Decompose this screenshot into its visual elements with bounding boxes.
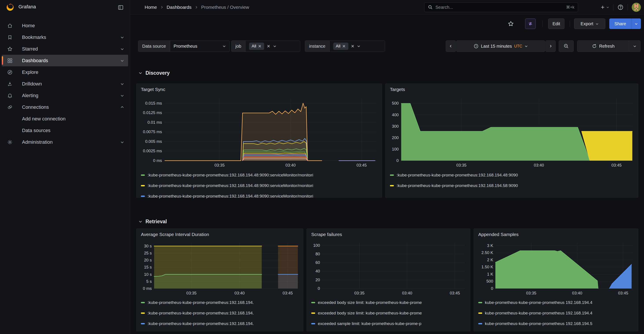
legend-item[interactable]: :kube-prometheus-kube-prome-prometheus:1… (141, 191, 379, 202)
chevron-down-icon (120, 36, 124, 39)
remove-chip-icon[interactable]: ✕ (258, 44, 262, 49)
chevron-right-icon (194, 6, 198, 9)
top-bar: Grafana Home Dashboards Prometheus / Ove… (0, 0, 644, 14)
export-button[interactable]: Export (574, 18, 605, 29)
datasource-select[interactable]: Prometheus (170, 41, 230, 52)
compare-toggle-button[interactable] (525, 18, 536, 29)
legend-item[interactable]: kube-prometheus-kube-prome-prometheus 19… (478, 318, 636, 329)
svg-text:03:45: 03:45 (618, 291, 628, 295)
search-icon (428, 5, 433, 10)
refresh-icon (592, 44, 597, 49)
grafana-app: Grafana Home Dashboards Prometheus / Ove… (0, 0, 644, 334)
panel-title[interactable]: Scrape failures (311, 232, 342, 237)
svg-text:10 s: 10 s (144, 272, 152, 277)
sidebar-item-connections[interactable]: Connections (2, 101, 128, 113)
divider (570, 21, 570, 27)
time-shift-back-button[interactable] (446, 40, 456, 52)
legend-item[interactable]: kube-prometheus-kube-prome-prometheus 19… (478, 308, 636, 318)
sidebar-toggle-button[interactable] (117, 4, 125, 11)
instance-chip-all[interactable]: All ✕ (333, 43, 348, 50)
legend-item[interactable]: kube-prometheus-kube-prome-prometheus 19… (478, 297, 636, 308)
datasource-label: Data source (138, 41, 170, 52)
panel-title[interactable]: Appended Samples (478, 232, 518, 237)
job-select[interactable]: All ✕ ✕ (246, 41, 300, 52)
breadcrumb: Home Dashboards Prometheus / Overview (145, 0, 249, 14)
svg-text:0 ms: 0 ms (153, 158, 162, 163)
panel-title[interactable]: Average Scrape Interval Duration (141, 232, 209, 237)
legend-item[interactable]: :kube-prometheus-kube-prome-prometheus:1… (390, 170, 636, 180)
sidebar-item-starred[interactable]: Starred (2, 43, 128, 55)
sidebar-item-explore[interactable]: Explore (2, 66, 128, 78)
sidebar-collapse-icon (117, 4, 124, 11)
legend-item[interactable]: :kube-prometheus-kube-prome-prometheus:1… (141, 170, 379, 180)
swap-arrows-icon (528, 21, 533, 26)
scrape-failures-chart[interactable]: 02040608010003:3503:4003:45 (310, 240, 468, 296)
sidebar-item-data-sources[interactable]: Data sources (2, 124, 128, 136)
divider (628, 4, 628, 10)
sidebar-item-administration[interactable]: Administration (2, 136, 128, 148)
legend-item[interactable]: exceeded body size limit: kube-prometheu… (311, 308, 468, 318)
svg-text:0.015 ms: 0.015 ms (145, 101, 162, 106)
chevron-down-icon (633, 44, 636, 48)
favorite-star-button[interactable] (506, 18, 516, 29)
clock-icon (474, 44, 479, 49)
chevron-down-icon (138, 71, 142, 75)
avg-scrape-legend: :kube-prometheus-kube-prome-prometheus:1… (141, 297, 300, 329)
breadcrumb-home[interactable]: Home (145, 4, 157, 10)
legend-item[interactable]: :kube-prometheus-kube-prome-prometheus:1… (141, 318, 300, 329)
sidebar-item-alerting[interactable]: Alerting (2, 90, 128, 101)
sidebar-item-drilldown[interactable]: Drilldown (2, 78, 128, 90)
panel-title[interactable]: Targets (390, 87, 405, 92)
edit-button[interactable]: Edit (548, 18, 564, 29)
series-color-dash (311, 323, 315, 324)
series-color-dash (141, 174, 145, 176)
legend-item[interactable]: :kube-prometheus-kube-prome-prometheus:1… (141, 308, 300, 318)
target-sync-chart[interactable]: 0 ms0.0025 ms0.005 ms0.0075 ms0.01 ms0.0… (139, 96, 379, 168)
chevron-down-icon (120, 140, 124, 144)
refresh-button[interactable]: Refresh (577, 40, 629, 52)
chevron-down-icon (120, 94, 124, 98)
chevron-down-icon (596, 22, 599, 26)
svg-text:20 s: 20 s (144, 258, 152, 262)
breadcrumb-dashboards[interactable]: Dashboards (166, 4, 192, 10)
legend-item[interactable]: exceeded sample limit: kube-prometheus-k… (311, 318, 468, 329)
clear-selection-icon[interactable]: ✕ (351, 44, 354, 49)
legend-item[interactable]: :kube-prometheus-kube-prome-prometheus:1… (390, 180, 636, 191)
sidebar-item-dashboards[interactable]: Dashboards (2, 55, 128, 66)
avg-scrape-chart[interactable]: 0 ms5 s10 s15 s20 s25 s30 s03:3503:4003:… (139, 240, 300, 296)
dashboards-grid-icon (7, 58, 13, 64)
legend-item[interactable]: :kube-prometheus-kube-prome-prometheus:1… (141, 297, 300, 308)
sidebar-item-bookmarks[interactable]: Bookmarks (2, 32, 128, 43)
search-input[interactable]: Search... ⌘+k (424, 2, 578, 12)
refresh-interval-dropdown[interactable] (629, 40, 640, 52)
remove-chip-icon[interactable]: ✕ (342, 44, 346, 49)
section-discovery[interactable]: Discovery (138, 68, 170, 77)
time-shift-forward-button[interactable] (546, 40, 556, 52)
job-chip-all[interactable]: All ✕ (249, 43, 264, 50)
bell-icon (7, 93, 13, 98)
targets-chart[interactable]: 010020030040050003:3503:4003:45 (388, 96, 636, 168)
panel-title[interactable]: Target Sync (141, 87, 165, 92)
search-shortcut: ⌘+k (566, 5, 574, 10)
svg-text:5 s: 5 s (146, 279, 152, 284)
help-button[interactable] (618, 4, 624, 10)
series-color-dash (478, 312, 482, 314)
section-retrieval[interactable]: Retrieval (138, 217, 167, 226)
svg-text:03:45: 03:45 (356, 163, 366, 168)
appended-samples-chart[interactable]: 05001 K1.50 K2 K2.50 K3 K03:3503:4003:45 (476, 240, 636, 296)
share-dropdown-button[interactable] (631, 18, 641, 29)
legend-item[interactable]: exceeded body size limit: kube-prometheu… (311, 297, 468, 308)
instance-select[interactable]: All ✕ ✕ (330, 41, 385, 52)
panel-target-sync: Target Sync 0 ms0.0025 ms0.005 ms0.0075 … (136, 84, 382, 198)
sidebar-item-add-new-connection[interactable]: Add new connection (2, 113, 128, 124)
clear-selection-icon[interactable]: ✕ (267, 44, 270, 49)
legend-item[interactable]: :kube-prometheus-kube-prome-prometheus:1… (141, 180, 379, 191)
add-button[interactable] (600, 4, 609, 10)
sidebar-item-home[interactable]: Home (2, 20, 128, 32)
user-avatar[interactable] (632, 3, 641, 12)
zoom-out-button[interactable] (559, 40, 574, 52)
share-button[interactable]: Share (609, 18, 631, 29)
panel-appended-samples: Appended Samples 05001 K1.50 K2 K2.50 K3… (474, 228, 638, 331)
time-range-picker[interactable]: Last 15 minutes UTC (456, 40, 545, 52)
plus-icon (600, 4, 605, 10)
